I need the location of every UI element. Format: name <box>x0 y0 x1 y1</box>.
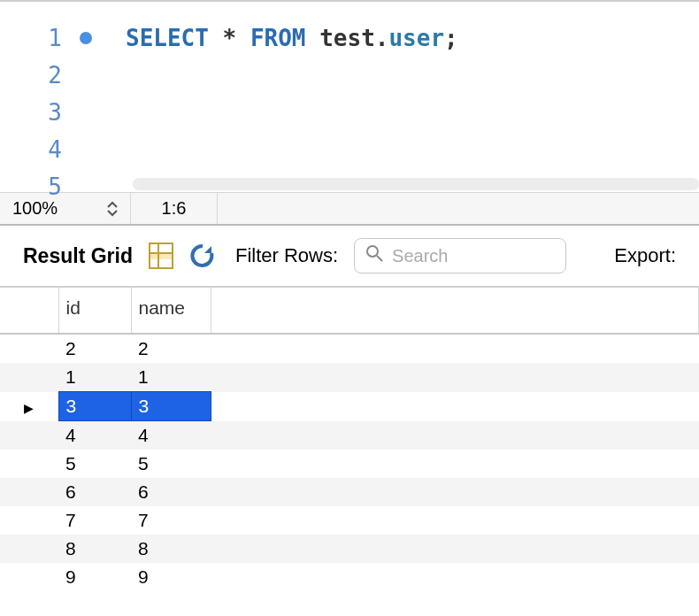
line-number: 2 <box>0 57 62 94</box>
row-marker[interactable] <box>0 450 58 478</box>
row-marker[interactable] <box>0 421 58 450</box>
cell-name[interactable]: 9 <box>131 563 211 591</box>
row-marker[interactable] <box>0 506 58 535</box>
row-marker[interactable] <box>0 535 58 563</box>
line-number: 3 <box>0 94 62 131</box>
sql-keyword: SELECT <box>126 25 209 51</box>
row-marker-header <box>0 288 58 334</box>
table-row[interactable]: 77 <box>0 506 699 535</box>
code-area[interactable]: SELECT * FROM test.user; <box>126 2 699 192</box>
line-gutter: 1 2 3 4 5 <box>0 2 73 192</box>
line-number: 4 <box>0 131 62 168</box>
result-grid-label: Result Grid <box>23 244 133 268</box>
column-header-name[interactable]: name <box>131 288 211 334</box>
svg-line-1 <box>377 256 382 261</box>
cell-name[interactable]: 2 <box>131 334 211 363</box>
zoom-control[interactable]: 100% <box>0 193 131 224</box>
row-marker[interactable] <box>0 363 58 392</box>
editor-statusbar: 100% 1:6 <box>0 192 699 226</box>
cell-name[interactable]: 7 <box>131 506 211 535</box>
table-row[interactable]: 33 <box>0 392 699 421</box>
grid-view-icon[interactable] <box>149 243 173 269</box>
export-label[interactable]: Export: <box>614 244 676 267</box>
cell-id[interactable]: 3 <box>58 392 131 421</box>
svg-point-0 <box>367 246 378 257</box>
row-marker[interactable] <box>0 392 58 421</box>
cell-id[interactable]: 1 <box>58 363 131 392</box>
sql-keyword: FROM <box>250 25 306 51</box>
sql-editor[interactable]: 1 2 3 4 5 SELECT * FROM test.user; <box>0 0 699 192</box>
cell-name[interactable]: 5 <box>131 450 211 478</box>
table-row[interactable]: 44 <box>0 421 699 450</box>
cell-empty <box>211 535 699 563</box>
table-row[interactable]: 66 <box>0 478 699 506</box>
cell-name[interactable]: 1 <box>131 363 211 392</box>
sql-star: * <box>223 25 237 51</box>
horizontal-scrollbar[interactable] <box>133 178 699 190</box>
cell-name[interactable]: 3 <box>131 392 211 421</box>
result-grid[interactable]: id name 221133445566778899 <box>0 288 699 616</box>
cell-id[interactable]: 9 <box>58 563 131 591</box>
cell-empty <box>211 334 699 363</box>
sql-table: user <box>388 25 444 51</box>
filter-searchbox[interactable] <box>354 238 566 273</box>
cursor-position: 1:6 <box>131 193 218 224</box>
cell-empty <box>211 478 699 506</box>
cell-empty <box>211 421 699 450</box>
cell-id[interactable]: 7 <box>58 506 131 535</box>
cell-id[interactable]: 2 <box>58 334 131 363</box>
row-marker[interactable] <box>0 563 58 591</box>
cell-id[interactable]: 6 <box>58 478 131 506</box>
cell-id[interactable]: 4 <box>58 421 131 450</box>
table-row[interactable]: 88 <box>0 535 699 563</box>
cell-name[interactable]: 4 <box>131 421 211 450</box>
refresh-icon[interactable] <box>189 243 216 269</box>
sql-semicolon: ; <box>444 25 458 51</box>
stepper-icon[interactable] <box>107 201 118 217</box>
row-marker[interactable] <box>0 478 58 506</box>
row-marker[interactable] <box>0 334 58 363</box>
cell-name[interactable]: 8 <box>131 535 211 563</box>
table-row[interactable]: 99 <box>0 563 699 591</box>
search-icon <box>365 244 383 267</box>
line-number: 1 <box>0 19 62 57</box>
cell-id[interactable]: 8 <box>58 535 131 563</box>
table-row[interactable]: 11 <box>0 363 699 392</box>
filter-rows-label: Filter Rows: <box>235 244 338 267</box>
cell-empty <box>211 363 699 392</box>
statement-marker-icon[interactable] <box>80 32 92 44</box>
cell-id[interactable]: 5 <box>58 450 131 478</box>
cell-empty <box>211 563 699 591</box>
cell-empty <box>211 450 699 478</box>
cell-name[interactable]: 6 <box>131 478 211 506</box>
sql-schema: test <box>319 25 375 51</box>
results-toolbar: Result Grid Filter Rows: Export: <box>0 226 699 288</box>
cell-empty <box>211 506 699 535</box>
cell-empty <box>211 392 699 421</box>
table-row[interactable]: 22 <box>0 334 699 363</box>
table-row[interactable]: 55 <box>0 450 699 478</box>
search-input[interactable] <box>392 246 616 266</box>
header-row: id name <box>0 288 699 334</box>
cursor-position-value: 1:6 <box>162 198 187 219</box>
sql-dot: . <box>375 25 389 51</box>
column-header-empty <box>211 288 699 334</box>
column-header-id[interactable]: id <box>58 288 131 334</box>
breakpoint-gutter[interactable] <box>73 2 126 192</box>
zoom-value: 100% <box>12 198 58 219</box>
